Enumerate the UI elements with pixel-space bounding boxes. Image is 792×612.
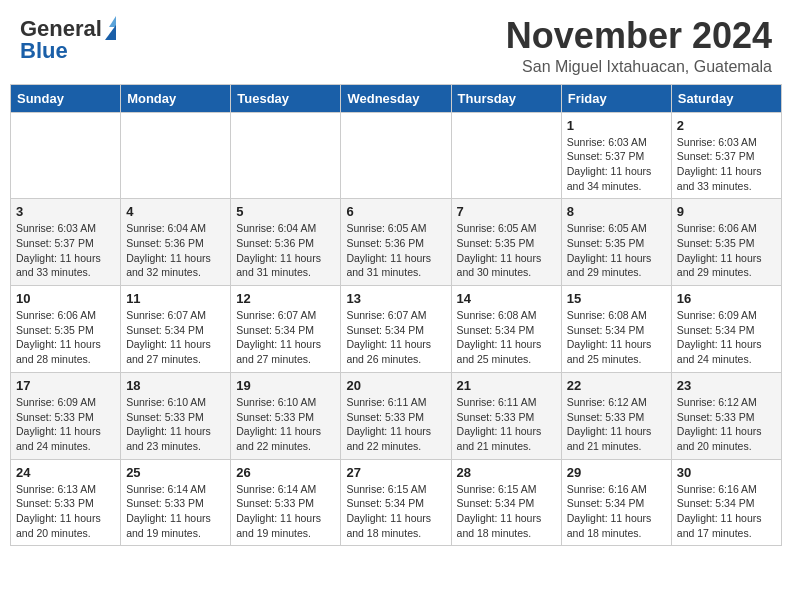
weekday-header-wednesday: Wednesday — [341, 84, 451, 112]
day-info: Sunrise: 6:09 AM Sunset: 5:34 PM Dayligh… — [677, 308, 776, 367]
calendar-cell: 26Sunrise: 6:14 AM Sunset: 5:33 PM Dayli… — [231, 459, 341, 546]
calendar-cell: 6Sunrise: 6:05 AM Sunset: 5:36 PM Daylig… — [341, 199, 451, 286]
calendar-cell: 27Sunrise: 6:15 AM Sunset: 5:34 PM Dayli… — [341, 459, 451, 546]
day-info: Sunrise: 6:05 AM Sunset: 5:35 PM Dayligh… — [457, 221, 556, 280]
day-number: 25 — [126, 465, 225, 480]
day-info: Sunrise: 6:08 AM Sunset: 5:34 PM Dayligh… — [567, 308, 666, 367]
day-info: Sunrise: 6:12 AM Sunset: 5:33 PM Dayligh… — [677, 395, 776, 454]
day-info: Sunrise: 6:03 AM Sunset: 5:37 PM Dayligh… — [567, 135, 666, 194]
calendar-cell — [451, 112, 561, 199]
calendar-week-row: 17Sunrise: 6:09 AM Sunset: 5:33 PM Dayli… — [11, 372, 782, 459]
logo-text-blue: Blue — [20, 38, 68, 63]
calendar-cell: 24Sunrise: 6:13 AM Sunset: 5:33 PM Dayli… — [11, 459, 121, 546]
weekday-header-sunday: Sunday — [11, 84, 121, 112]
day-number: 13 — [346, 291, 445, 306]
calendar-cell: 29Sunrise: 6:16 AM Sunset: 5:34 PM Dayli… — [561, 459, 671, 546]
calendar-cell: 22Sunrise: 6:12 AM Sunset: 5:33 PM Dayli… — [561, 372, 671, 459]
day-info: Sunrise: 6:16 AM Sunset: 5:34 PM Dayligh… — [567, 482, 666, 541]
day-info: Sunrise: 6:03 AM Sunset: 5:37 PM Dayligh… — [677, 135, 776, 194]
day-number: 10 — [16, 291, 115, 306]
title-block: November 2024 San Miguel Ixtahuacan, Gua… — [506, 16, 772, 76]
calendar-cell: 21Sunrise: 6:11 AM Sunset: 5:33 PM Dayli… — [451, 372, 561, 459]
calendar-cell — [11, 112, 121, 199]
day-info: Sunrise: 6:11 AM Sunset: 5:33 PM Dayligh… — [346, 395, 445, 454]
calendar-cell: 23Sunrise: 6:12 AM Sunset: 5:33 PM Dayli… — [671, 372, 781, 459]
day-number: 14 — [457, 291, 556, 306]
month-title: November 2024 — [506, 16, 772, 56]
calendar-cell: 14Sunrise: 6:08 AM Sunset: 5:34 PM Dayli… — [451, 286, 561, 373]
calendar-cell: 9Sunrise: 6:06 AM Sunset: 5:35 PM Daylig… — [671, 199, 781, 286]
day-info: Sunrise: 6:12 AM Sunset: 5:33 PM Dayligh… — [567, 395, 666, 454]
day-number: 30 — [677, 465, 776, 480]
calendar-cell — [341, 112, 451, 199]
calendar-cell: 2Sunrise: 6:03 AM Sunset: 5:37 PM Daylig… — [671, 112, 781, 199]
calendar-cell: 4Sunrise: 6:04 AM Sunset: 5:36 PM Daylig… — [121, 199, 231, 286]
weekday-header-saturday: Saturday — [671, 84, 781, 112]
day-number: 26 — [236, 465, 335, 480]
calendar-cell: 7Sunrise: 6:05 AM Sunset: 5:35 PM Daylig… — [451, 199, 561, 286]
day-info: Sunrise: 6:05 AM Sunset: 5:35 PM Dayligh… — [567, 221, 666, 280]
day-number: 19 — [236, 378, 335, 393]
day-number: 4 — [126, 204, 225, 219]
calendar-week-row: 3Sunrise: 6:03 AM Sunset: 5:37 PM Daylig… — [11, 199, 782, 286]
calendar-table: SundayMondayTuesdayWednesdayThursdayFrid… — [10, 84, 782, 547]
day-number: 6 — [346, 204, 445, 219]
calendar-cell: 15Sunrise: 6:08 AM Sunset: 5:34 PM Dayli… — [561, 286, 671, 373]
calendar-cell: 25Sunrise: 6:14 AM Sunset: 5:33 PM Dayli… — [121, 459, 231, 546]
calendar-cell: 13Sunrise: 6:07 AM Sunset: 5:34 PM Dayli… — [341, 286, 451, 373]
calendar-cell: 19Sunrise: 6:10 AM Sunset: 5:33 PM Dayli… — [231, 372, 341, 459]
calendar-cell: 5Sunrise: 6:04 AM Sunset: 5:36 PM Daylig… — [231, 199, 341, 286]
day-info: Sunrise: 6:06 AM Sunset: 5:35 PM Dayligh… — [677, 221, 776, 280]
day-number: 27 — [346, 465, 445, 480]
day-info: Sunrise: 6:15 AM Sunset: 5:34 PM Dayligh… — [457, 482, 556, 541]
day-info: Sunrise: 6:14 AM Sunset: 5:33 PM Dayligh… — [126, 482, 225, 541]
day-number: 7 — [457, 204, 556, 219]
day-info: Sunrise: 6:11 AM Sunset: 5:33 PM Dayligh… — [457, 395, 556, 454]
calendar-cell: 16Sunrise: 6:09 AM Sunset: 5:34 PM Dayli… — [671, 286, 781, 373]
calendar-week-row: 10Sunrise: 6:06 AM Sunset: 5:35 PM Dayli… — [11, 286, 782, 373]
day-info: Sunrise: 6:06 AM Sunset: 5:35 PM Dayligh… — [16, 308, 115, 367]
day-number: 15 — [567, 291, 666, 306]
day-number: 23 — [677, 378, 776, 393]
day-number: 3 — [16, 204, 115, 219]
day-info: Sunrise: 6:04 AM Sunset: 5:36 PM Dayligh… — [126, 221, 225, 280]
calendar-week-row: 24Sunrise: 6:13 AM Sunset: 5:33 PM Dayli… — [11, 459, 782, 546]
day-info: Sunrise: 6:08 AM Sunset: 5:34 PM Dayligh… — [457, 308, 556, 367]
calendar-cell: 11Sunrise: 6:07 AM Sunset: 5:34 PM Dayli… — [121, 286, 231, 373]
day-info: Sunrise: 6:10 AM Sunset: 5:33 PM Dayligh… — [236, 395, 335, 454]
day-number: 12 — [236, 291, 335, 306]
calendar-cell: 20Sunrise: 6:11 AM Sunset: 5:33 PM Dayli… — [341, 372, 451, 459]
weekday-header-friday: Friday — [561, 84, 671, 112]
calendar-cell: 3Sunrise: 6:03 AM Sunset: 5:37 PM Daylig… — [11, 199, 121, 286]
calendar-week-row: 1Sunrise: 6:03 AM Sunset: 5:37 PM Daylig… — [11, 112, 782, 199]
day-number: 17 — [16, 378, 115, 393]
day-number: 29 — [567, 465, 666, 480]
calendar-cell: 17Sunrise: 6:09 AM Sunset: 5:33 PM Dayli… — [11, 372, 121, 459]
day-number: 21 — [457, 378, 556, 393]
day-info: Sunrise: 6:05 AM Sunset: 5:36 PM Dayligh… — [346, 221, 445, 280]
day-number: 16 — [677, 291, 776, 306]
day-info: Sunrise: 6:13 AM Sunset: 5:33 PM Dayligh… — [16, 482, 115, 541]
day-number: 5 — [236, 204, 335, 219]
day-number: 9 — [677, 204, 776, 219]
day-info: Sunrise: 6:07 AM Sunset: 5:34 PM Dayligh… — [346, 308, 445, 367]
page-header: General Blue November 2024 San Miguel Ix… — [0, 0, 792, 84]
day-number: 20 — [346, 378, 445, 393]
day-info: Sunrise: 6:10 AM Sunset: 5:33 PM Dayligh… — [126, 395, 225, 454]
day-info: Sunrise: 6:16 AM Sunset: 5:34 PM Dayligh… — [677, 482, 776, 541]
day-info: Sunrise: 6:07 AM Sunset: 5:34 PM Dayligh… — [126, 308, 225, 367]
calendar-cell: 28Sunrise: 6:15 AM Sunset: 5:34 PM Dayli… — [451, 459, 561, 546]
day-number: 18 — [126, 378, 225, 393]
weekday-header-monday: Monday — [121, 84, 231, 112]
weekday-header-tuesday: Tuesday — [231, 84, 341, 112]
calendar-cell: 10Sunrise: 6:06 AM Sunset: 5:35 PM Dayli… — [11, 286, 121, 373]
calendar-cell — [231, 112, 341, 199]
day-info: Sunrise: 6:14 AM Sunset: 5:33 PM Dayligh… — [236, 482, 335, 541]
day-info: Sunrise: 6:04 AM Sunset: 5:36 PM Dayligh… — [236, 221, 335, 280]
location-title: San Miguel Ixtahuacan, Guatemala — [506, 58, 772, 76]
calendar-cell — [121, 112, 231, 199]
calendar-header-row: SundayMondayTuesdayWednesdayThursdayFrid… — [11, 84, 782, 112]
calendar-cell: 12Sunrise: 6:07 AM Sunset: 5:34 PM Dayli… — [231, 286, 341, 373]
calendar-cell: 8Sunrise: 6:05 AM Sunset: 5:35 PM Daylig… — [561, 199, 671, 286]
day-number: 22 — [567, 378, 666, 393]
